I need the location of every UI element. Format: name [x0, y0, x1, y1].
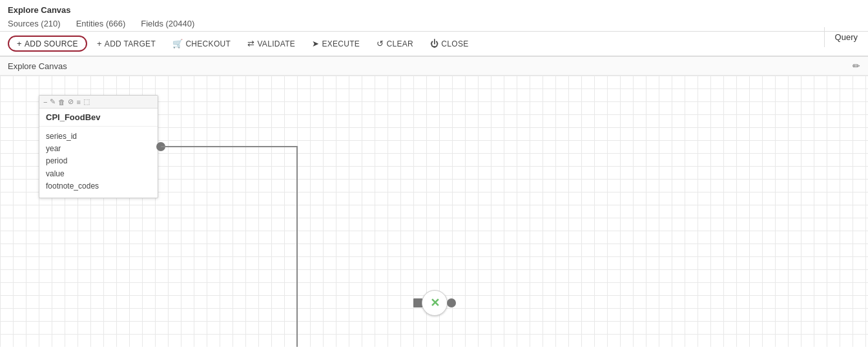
node-delete-icon[interactable]: 🗑 [58, 98, 65, 106]
add-source-button[interactable]: + ADD SOURCE [8, 36, 87, 52]
close-button[interactable]: ⏻ CLOSE [423, 36, 476, 52]
execute-button[interactable]: ➤ EXECUTE [305, 36, 367, 52]
clear-label: CLEAR [386, 39, 413, 48]
canvas-label: Explore Canvas [8, 61, 67, 71]
checkout-button[interactable]: 🛒 CHECKOUT [165, 36, 238, 52]
fields-stat: Fields (20440) [141, 19, 194, 28]
add-target-button[interactable]: + ADD TARGET [90, 36, 163, 52]
node-toolbar: − ✎ 🗑 ⊘ ≡ ⬚ [39, 96, 158, 109]
checkout-icon: 🛒 [172, 39, 183, 48]
join-button[interactable]: ✕ [422, 290, 448, 316]
join-connector-area: ✕ [413, 290, 456, 316]
field-period: period [46, 155, 151, 167]
field-year: year [46, 143, 151, 155]
checkout-label: CHECKOUT [185, 39, 231, 48]
validate-icon: ⇄ [247, 39, 254, 48]
add-source-label: ADD SOURCE [25, 39, 78, 48]
sources-stat: Sources (210) [8, 19, 61, 28]
canvas: − ✎ 🗑 ⊘ ≡ ⬚ CPI_FoodBev series_id year p… [0, 76, 868, 347]
plus-icon: + [17, 39, 22, 48]
node-fields: series_id year period value footnote_cod… [39, 127, 158, 198]
entities-stat: Entities (666) [76, 19, 126, 28]
field-value: value [46, 168, 151, 180]
node-edit-icon[interactable]: ✎ [50, 98, 56, 106]
node-grid-icon[interactable]: ⬚ [83, 98, 90, 106]
close-label: CLOSE [441, 39, 468, 48]
clear-icon: ↺ [377, 39, 384, 48]
source-node: − ✎ 🗑 ⊘ ≡ ⬚ CPI_FoodBev series_id year p… [39, 95, 158, 198]
node-title: CPI_FoodBev [39, 109, 158, 127]
node-list-icon[interactable]: ≡ [76, 98, 80, 106]
field-footnote-codes: footnote_codes [46, 180, 151, 192]
field-series-id: series_id [46, 130, 151, 143]
validate-button[interactable]: ⇄ VALIDATE [240, 36, 302, 52]
clear-button[interactable]: ↺ CLEAR [369, 36, 420, 52]
edit-canvas-button[interactable]: ✏ [852, 61, 860, 71]
validate-label: VALIDATE [257, 39, 295, 48]
node-minimize-icon[interactable]: − [43, 98, 47, 106]
canvas-subheader: Explore Canvas ✏ [0, 57, 868, 76]
node-info-icon[interactable]: ⊘ [68, 98, 74, 106]
add-target-label: ADD TARGET [105, 39, 156, 48]
join-x-icon: ✕ [430, 297, 440, 309]
close-icon: ⏻ [430, 39, 439, 48]
source-connector-dot[interactable] [156, 142, 165, 151]
query-button[interactable]: Query [824, 27, 868, 47]
execute-icon: ➤ [312, 39, 319, 48]
execute-label: EXECUTE [322, 39, 360, 48]
plus-icon-target: + [97, 39, 102, 48]
join-right-dot[interactable] [447, 298, 456, 307]
join-left-square [413, 298, 422, 307]
app-title: Explore Canvas [8, 5, 860, 15]
